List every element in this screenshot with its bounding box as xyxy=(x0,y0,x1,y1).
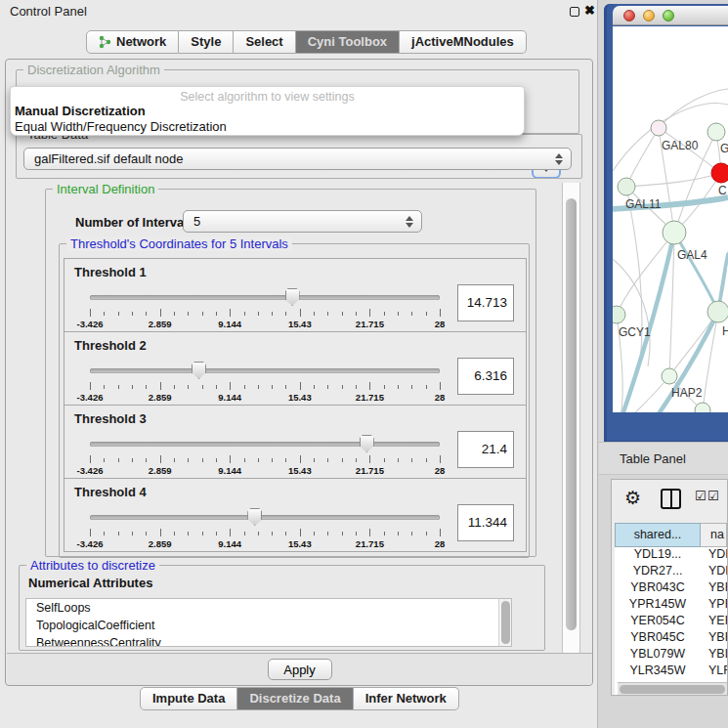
table-row[interactable]: YBR045CYBR0 xyxy=(615,630,727,647)
close-traffic-light-icon[interactable] xyxy=(623,10,635,21)
network-node-h[interactable] xyxy=(707,301,728,322)
bottom-tabbar: Impute Data Discretize Data Infer Networ… xyxy=(140,687,459,710)
threshold-1-value-field[interactable]: 14.713 xyxy=(457,284,514,321)
numerical-attributes-list[interactable]: SelfLoopsTopologicalCoefficientBetweenne… xyxy=(25,598,512,647)
apply-button[interactable]: Apply xyxy=(268,659,332,680)
threshold-4-slider[interactable]: -3.4262.8599.14415.4321.71528 xyxy=(90,508,440,547)
tab-discretize-data[interactable]: Discretize Data xyxy=(237,687,353,710)
network-node-ga[interactable] xyxy=(707,123,725,141)
table-row[interactable]: YDL19...YDL1 xyxy=(615,547,727,564)
threshold-3-value-field[interactable]: 21.4 xyxy=(457,431,514,468)
zoom-traffic-light-icon[interactable] xyxy=(663,10,674,21)
tab-select[interactable]: Select xyxy=(234,30,295,54)
checkbox-icon[interactable]: ☑ xyxy=(707,489,719,503)
tick-mark xyxy=(104,312,105,316)
table-cell[interactable]: YLR3 xyxy=(701,664,727,680)
tick-mark xyxy=(174,458,175,462)
table-row[interactable]: YLR345WYLR3 xyxy=(615,664,727,680)
threshold-4-block: Threshold 4 -3.4262.8599.14415.4321.7152… xyxy=(64,478,527,552)
list-item[interactable]: BetweennessCentrality xyxy=(26,634,511,647)
number-of-intervals-combobox[interactable]: 5 xyxy=(183,210,422,233)
gear-icon[interactable]: ⚙ xyxy=(624,487,641,509)
table-cell[interactable]: YPR1 xyxy=(701,597,727,614)
tick-mark xyxy=(285,532,286,535)
dropdown-option-manual-discretization[interactable]: Manual Discretization xyxy=(15,104,146,118)
tab-jactivemnodules[interactable]: jActiveMNodules xyxy=(400,30,527,54)
network-node-hap2[interactable] xyxy=(662,368,677,384)
table-data-combobox[interactable]: galFiltered.sif default node xyxy=(23,148,572,170)
table-cell[interactable]: YER054C xyxy=(615,614,701,630)
tick-mark xyxy=(146,458,147,462)
slider-thumb[interactable] xyxy=(192,362,206,379)
slider-thumb[interactable] xyxy=(360,435,374,452)
table-cell[interactable]: YBR0 xyxy=(701,580,727,597)
panel-scrollbar[interactable] xyxy=(562,183,580,653)
node-label: HAP2 xyxy=(671,386,703,400)
threshold-2-value-field[interactable]: 6.316 xyxy=(457,358,514,395)
slider-thumb[interactable] xyxy=(285,288,300,306)
network-canvas[interactable]: GAL80GACGAL11GAL4GCY1HHAP2 xyxy=(613,26,728,412)
tab-infer-network[interactable]: Infer Network xyxy=(354,687,459,710)
node-attribute-table: shared... na YDL19...YDL1YDR27...YDR2YBR… xyxy=(615,523,727,695)
table-row[interactable]: YBL079WYBL0 xyxy=(615,647,727,664)
dropdown-option-equal-width-frequency[interactable]: Equal Width/Frequency Discretization xyxy=(15,119,227,134)
table-cell[interactable]: YDL19... xyxy=(615,547,701,564)
table-cell[interactable]: YDL1 xyxy=(701,547,727,564)
threshold-3-slider[interactable]: -3.4262.8599.14415.4321.71528 xyxy=(90,435,440,474)
table-row[interactable]: YPR145WYPR1 xyxy=(615,597,727,614)
table-cell[interactable]: YBR0 xyxy=(701,630,727,647)
network-node-gal11[interactable] xyxy=(618,178,635,195)
list-scrollbar[interactable] xyxy=(498,599,511,647)
column-header-name[interactable]: na xyxy=(701,523,727,547)
table-cell[interactable]: YBR045C xyxy=(615,630,701,647)
tick-mark xyxy=(356,385,357,389)
table-cell[interactable]: YDR2 xyxy=(701,564,727,580)
tab-style[interactable]: Style xyxy=(179,30,234,54)
tick-mark xyxy=(104,532,105,535)
close-icon[interactable]: ✖ xyxy=(584,3,595,18)
threshold-2-slider[interactable]: -3.4262.8599.14415.4321.71528 xyxy=(90,362,440,401)
float-window-icon[interactable] xyxy=(570,7,579,17)
list-item[interactable]: SelfLoops xyxy=(26,599,511,617)
table-cell[interactable]: YBL0 xyxy=(701,647,727,664)
network-node-gal4[interactable] xyxy=(663,221,686,244)
network-window-titlebar[interactable] xyxy=(613,6,728,25)
table-cell[interactable]: YDR27... xyxy=(615,564,701,580)
tick-mark xyxy=(90,455,91,463)
table-hscrollbar-thumb[interactable] xyxy=(620,685,725,694)
minimize-traffic-light-icon[interactable] xyxy=(643,10,655,21)
tick-mark xyxy=(118,532,119,535)
table-row[interactable]: YBR043CYBR0 xyxy=(615,580,727,597)
panel-scrollbar-thumb[interactable] xyxy=(566,198,577,630)
tick-label: 28 xyxy=(435,392,446,403)
threshold-1-slider[interactable]: -3.4262.8599.14415.4321.71528 xyxy=(90,288,440,327)
table-cell[interactable]: YER0 xyxy=(701,614,727,630)
columns-icon[interactable] xyxy=(661,489,681,509)
column-header-shared-name[interactable]: shared... xyxy=(615,523,701,547)
table-cell[interactable]: YLR345W xyxy=(615,664,701,680)
tick-mark xyxy=(258,532,259,535)
list-scrollbar-thumb[interactable] xyxy=(501,601,510,644)
table-hscrollbar[interactable] xyxy=(618,682,727,695)
tab-network[interactable]: Network xyxy=(86,30,179,54)
tick-mark xyxy=(132,312,133,316)
threshold-4-value-field[interactable]: 11.344 xyxy=(457,504,514,541)
table-cell[interactable]: YPR145W xyxy=(615,597,701,614)
slider-thumb[interactable] xyxy=(247,508,262,526)
network-node-gcy1[interactable] xyxy=(613,306,625,323)
tab-impute-data[interactable]: Impute Data xyxy=(140,687,237,710)
checkbox-icon[interactable]: ☑ xyxy=(695,489,707,503)
list-item[interactable]: TopologicalCoefficient xyxy=(26,617,511,634)
network-node[interactable] xyxy=(695,403,710,412)
tick-mark xyxy=(300,382,301,390)
network-node-gal80[interactable] xyxy=(651,120,666,136)
tick-mark xyxy=(244,532,245,535)
network-node-c[interactable] xyxy=(711,163,728,183)
table-cell[interactable]: YBR043C xyxy=(615,580,701,597)
tab-cyni-toolbox[interactable]: Cyni Toolbox xyxy=(296,30,400,54)
table-cell[interactable]: YBL079W xyxy=(615,647,701,664)
tick-mark xyxy=(132,458,133,462)
table-row[interactable]: YER054CYER0 xyxy=(615,614,727,630)
tick-label: 28 xyxy=(435,538,446,549)
table-row[interactable]: YDR27...YDR2 xyxy=(615,564,727,580)
